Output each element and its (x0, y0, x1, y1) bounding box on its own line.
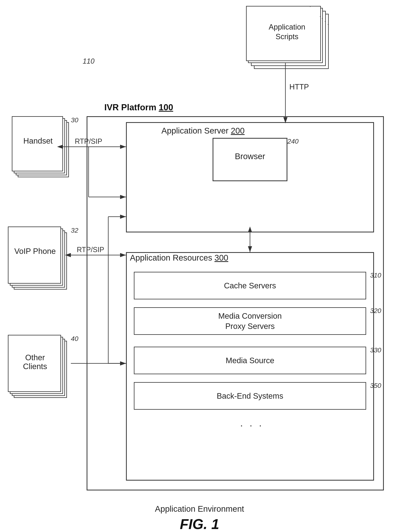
handset-page-front: Handset (12, 116, 63, 171)
voip-group: VoIP Phone (8, 227, 71, 295)
ivr-platform-label: IVR Platform 100 (104, 102, 173, 112)
voip-ref: 32 (71, 227, 78, 234)
app-resources-text: Application Resources (130, 253, 212, 262)
app-resources-label: Application Resources 300 (130, 253, 228, 263)
ivr-platform-text: IVR Platform (104, 102, 156, 112)
ellipsis: · · · (240, 419, 264, 431)
app-server-ref: 200 (231, 126, 245, 135)
handset-ref: 30 (71, 116, 78, 124)
ivr-platform-ref: 100 (159, 102, 173, 112)
app-scripts-ref: 110 (83, 57, 94, 65)
media-source-label: Media Source (226, 355, 274, 366)
handset-label: Handset (16, 137, 60, 145)
caption: Application Environment (0, 504, 399, 514)
fig-label: FIG. 1 (0, 516, 399, 532)
media-source-box: Media Source (134, 347, 366, 374)
app-scripts-label: Application Scripts (262, 22, 312, 42)
media-conv-ref: 320 (370, 307, 381, 315)
handset-group: Handset (12, 116, 71, 181)
other-page-front: Other Clients (8, 335, 61, 392)
cache-servers-box: Cache Servers (134, 272, 366, 299)
other-clients-group: Other Clients (8, 335, 71, 404)
app-resources-ref: 300 (215, 253, 228, 262)
voip-label: VoIP Phone (10, 247, 60, 256)
browser-ref: 240 (287, 138, 299, 145)
app-scripts-page-front: Application Scripts (246, 6, 321, 61)
app-server-label: Application Server 200 (162, 126, 245, 135)
media-conv-label: Media Conversion Proxy Servers (218, 311, 282, 331)
voip-page-front: VoIP Phone (8, 227, 61, 284)
backend-ref: 350 (370, 382, 381, 389)
backend-label: Back-End Systems (217, 391, 283, 401)
media-source-ref: 330 (370, 346, 381, 354)
cache-servers-ref: 310 (370, 272, 381, 279)
backend-box: Back-End Systems (134, 382, 366, 410)
cache-servers-label: Cache Servers (224, 280, 276, 291)
other-clients-ref: 40 (71, 335, 78, 342)
app-server-text: Application Server (162, 126, 229, 135)
other-label: Other Clients (11, 353, 59, 371)
http-label: HTTP (289, 83, 309, 91)
diagram-container: Application Scripts 110 HTTP IVR Platfor… (0, 0, 399, 532)
media-conv-box: Media Conversion Proxy Servers (134, 307, 366, 335)
browser-label: Browser (217, 152, 283, 161)
app-scripts-group: Application Scripts (246, 6, 349, 81)
